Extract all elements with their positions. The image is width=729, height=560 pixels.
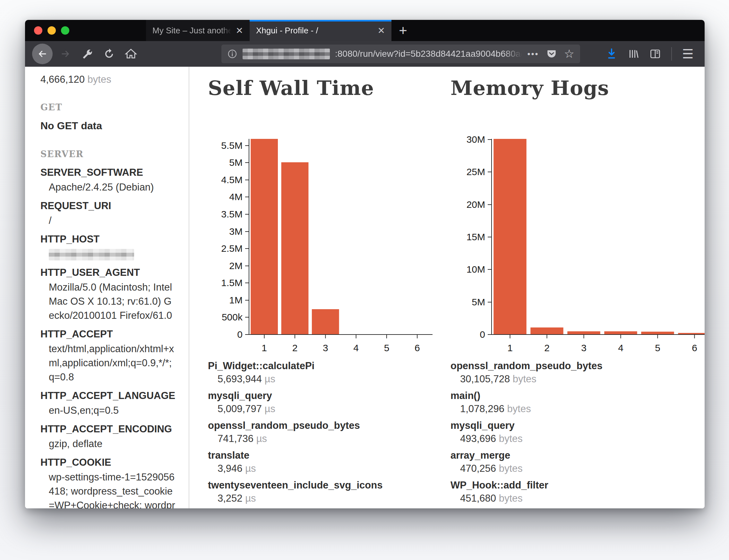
y-axis-tick-label: 5M xyxy=(229,157,242,168)
memory-total: 4,666,120 bytes xyxy=(40,72,176,87)
menu-button[interactable]: ☰ xyxy=(678,44,698,64)
tab-bar: My Site – Just another WordPress si ✕ Xh… xyxy=(25,20,705,41)
charts-area: Self Wall Time 0500k1M1.5M2M2.5M3M3.5M4M… xyxy=(189,67,705,508)
url-bar[interactable]: :8080/run/view?id=5b238d84421aa9004b680a… xyxy=(221,45,580,63)
page-content: 4,666,120 bytes GET No GET data SERVER S… xyxy=(25,67,705,508)
download-icon xyxy=(606,48,617,60)
reload-icon xyxy=(103,48,115,60)
legend-function-value: 5,009,797 µs xyxy=(217,403,451,415)
memory-hogs-bars: 05M10M15M20M25M30M123456 xyxy=(451,127,705,355)
legend-function-value: 741,736 µs xyxy=(217,433,451,445)
x-axis-tick-label: 1 xyxy=(507,343,513,353)
server-var-key: HTTP_COOKIE xyxy=(40,455,176,470)
home-icon xyxy=(125,48,137,60)
bar xyxy=(494,139,526,335)
y-axis-tick-label: 500k xyxy=(222,312,243,322)
y-axis-tick-label: 0 xyxy=(480,329,485,340)
server-var-value xyxy=(49,247,176,261)
legend-function-value: 1,078,296 bytes xyxy=(460,403,705,415)
tab-xhgui-profile[interactable]: Xhgui - Profile - / ✕ xyxy=(250,20,392,41)
x-axis-tick-label: 1 xyxy=(261,343,267,353)
url-text[interactable]: :8080/run/view?id=5b238d84421aa9004b680a… xyxy=(335,49,522,59)
minimize-window-button[interactable] xyxy=(47,26,56,35)
y-axis-tick-label: 5.5M xyxy=(221,140,242,151)
x-axis-tick-label: 3 xyxy=(323,343,328,353)
page-actions-icon[interactable]: ••• xyxy=(527,49,539,59)
chart-title: Self Wall Time xyxy=(208,76,451,100)
server-var-value: / xyxy=(49,214,176,228)
back-button[interactable] xyxy=(32,44,53,64)
server-var-key: HTTP_ACCEPT_LANGUAGE xyxy=(40,389,176,403)
toolbar-separator xyxy=(671,47,672,61)
server-var-value: text/html,application/xhtml+xml,applicat… xyxy=(49,342,176,384)
bar xyxy=(281,162,309,335)
downloads-button[interactable] xyxy=(602,44,621,64)
server-var-key: HTTP_USER_AGENT xyxy=(40,266,176,280)
home-button[interactable] xyxy=(121,44,140,64)
library-icon xyxy=(628,48,639,60)
window-controls xyxy=(34,20,69,41)
forward-arrow-icon xyxy=(60,48,71,59)
y-axis-tick-label: 4M xyxy=(229,191,242,202)
server-var-value: wp-settings-time-1=1529056418; wordpress… xyxy=(49,470,176,508)
server-var-key: HTTP_ACCEPT_ENCODING xyxy=(40,422,176,436)
server-var-value: Apache/2.4.25 (Debian) xyxy=(49,180,176,194)
legend-function-name: translate xyxy=(208,450,451,461)
bar xyxy=(604,331,637,335)
redacted-host-block xyxy=(242,48,330,59)
self-wall-time-legend: Pi_Widget::calculatePi5,693,944 µsmysqli… xyxy=(208,360,451,508)
no-get-data-label: No GET data xyxy=(40,119,176,133)
y-axis-tick-label: 3.5M xyxy=(221,209,242,219)
self-wall-time-bars: 0500k1M1.5M2M2.5M3M3.5M4M4.5M5M5.5M12345… xyxy=(208,127,437,355)
y-axis-tick-label: 5M xyxy=(472,297,485,307)
x-axis-tick-label: 2 xyxy=(292,343,298,353)
close-window-button[interactable] xyxy=(34,26,42,35)
memory-unit: bytes xyxy=(88,74,111,85)
y-axis-tick-label: 0 xyxy=(237,329,242,340)
legend-function-name: openssl_random_pseudo_bytes xyxy=(208,420,451,431)
reload-button[interactable] xyxy=(99,44,119,64)
bar xyxy=(312,309,339,335)
legend-function-name: main() xyxy=(451,390,705,402)
tab-wordpress-site[interactable]: My Site – Just another WordPress si ✕ xyxy=(146,20,250,41)
legend-function-value: 470,256 bytes xyxy=(460,463,705,474)
pocket-icon[interactable] xyxy=(546,48,557,59)
bookmark-star-icon[interactable]: ☆ xyxy=(564,48,574,60)
bar xyxy=(567,331,600,335)
y-axis-tick-label: 4.5M xyxy=(221,174,242,185)
y-axis-tick-label: 1M xyxy=(229,295,242,305)
back-arrow-icon xyxy=(37,48,48,59)
legend-function-value: 451,680 bytes xyxy=(460,493,705,504)
sidebar-icon xyxy=(649,48,661,60)
server-var-key: HTTP_ACCEPT xyxy=(40,327,176,341)
close-icon[interactable]: ✕ xyxy=(378,25,385,36)
library-button[interactable] xyxy=(624,44,643,64)
legend-function-value: 3,252 µs xyxy=(217,493,451,504)
server-var-value: Mozilla/5.0 (Macintosh; Intel Mac OS X 1… xyxy=(49,280,176,323)
legend-function-name: WP_Hook::add_filter xyxy=(451,479,705,491)
page-tools-button[interactable] xyxy=(78,44,97,64)
url-actions: ••• ☆ xyxy=(527,48,574,60)
server-var-value: gzip, deflate xyxy=(49,437,176,451)
zoom-window-button[interactable] xyxy=(61,26,69,35)
self-wall-time-chart: Self Wall Time 0500k1M1.5M2M2.5M3M3.5M4M… xyxy=(208,73,451,508)
legend-function-value: 493,696 bytes xyxy=(460,433,705,445)
site-info-icon[interactable] xyxy=(227,49,237,59)
tab-title: Xhgui - Profile - / xyxy=(256,26,373,36)
bar xyxy=(530,327,563,335)
tab-title: My Site – Just another WordPress si xyxy=(152,26,231,36)
y-axis-tick-label: 30M xyxy=(467,134,485,145)
redacted-value-block xyxy=(49,249,134,260)
server-variables-list: SERVER_SOFTWAREApache/2.4.25 (Debian)REQ… xyxy=(40,165,176,508)
y-axis-tick-label: 2M xyxy=(229,260,242,271)
close-icon[interactable]: ✕ xyxy=(236,25,243,36)
legend-function-name: mysqli_query xyxy=(451,420,705,431)
forward-button[interactable] xyxy=(56,44,75,64)
legend-function-value: 30,105,728 bytes xyxy=(460,373,705,385)
server-section-heading: SERVER xyxy=(40,148,176,160)
memory-value: 4,666,120 xyxy=(40,74,85,85)
server-var-key: HTTP_HOST xyxy=(40,232,176,246)
sidebar-toggle-button[interactable] xyxy=(646,44,665,64)
y-axis-tick-label: 3M xyxy=(229,226,242,237)
new-tab-button[interactable]: + xyxy=(392,20,415,41)
